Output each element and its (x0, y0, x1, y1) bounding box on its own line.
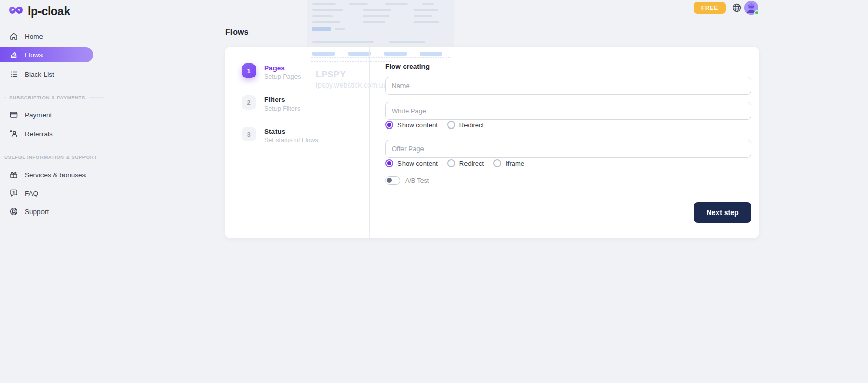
offer-page-mode-group: Show content Redirect Iframe (385, 159, 524, 167)
step-filters[interactable]: 2 Filters Setup Filters (242, 95, 300, 112)
sidebar-item-flows[interactable]: Flows (0, 47, 93, 62)
brand-logo[interactable]: lp-cloak (8, 4, 70, 18)
sidebar-item-label: Flows (25, 51, 43, 59)
ab-test-label: A/B Test (405, 177, 429, 184)
name-input[interactable] (385, 77, 751, 95)
step-number-badge: 2 (242, 95, 256, 110)
svg-text:?!: ?! (12, 190, 15, 194)
step-number-badge: 3 (242, 127, 256, 141)
sidebar-item-support[interactable]: Support (0, 203, 97, 220)
gift-icon (9, 170, 18, 179)
avatar[interactable] (744, 1, 758, 15)
radio-white-redirect[interactable]: Redirect (447, 121, 484, 129)
sidebar-item-referrals[interactable]: Referrals (0, 125, 97, 142)
ab-test-toggle[interactable]: A/B Test (385, 176, 429, 185)
radio-selected-icon (385, 159, 393, 167)
watermark-form-skeleton (307, 0, 454, 47)
panel-divider (369, 47, 370, 238)
radio-selected-icon (385, 121, 393, 129)
radio-unselected-icon (447, 121, 455, 129)
step-number-badge: 1 (242, 63, 256, 78)
form-heading: Flow creating (385, 62, 430, 70)
mask-icon (8, 4, 24, 18)
step-status[interactable]: 3 Status Set status of Flows (242, 127, 319, 144)
radio-offer-show-content[interactable]: Show content (385, 159, 438, 167)
flow-creating-card: 1 Pages Setup Pages 2 Filters Setup Filt… (225, 47, 759, 238)
white-page-mode-group: Show content Redirect (385, 121, 484, 129)
sidebar-item-label: Black List (25, 71, 54, 78)
sidebar-item-faq[interactable]: ?! FAQ (0, 185, 97, 201)
radio-offer-iframe[interactable]: Iframe (493, 159, 524, 167)
sidebar-section-subscription: Subscription & Payments (4, 95, 104, 100)
credit-card-icon (9, 110, 18, 119)
step-title: Status (264, 127, 319, 135)
app-root: lp-cloak Home Flows (0, 0, 868, 383)
sidebar-section-support: Useful information & Support (4, 154, 97, 160)
step-subtitle: Set status of Flows (264, 137, 319, 144)
sidebar-item-home[interactable]: Home (0, 28, 97, 45)
list-icon (9, 70, 18, 79)
home-icon (9, 32, 18, 41)
sidebar-item-label: Referrals (25, 130, 53, 138)
radio-offer-redirect[interactable]: Redirect (447, 159, 484, 167)
step-title: Pages (264, 63, 301, 72)
step-title: Filters (264, 95, 300, 103)
sidebar-item-payment[interactable]: Payment (0, 107, 97, 123)
sidebar-item-label: Payment (25, 111, 52, 119)
step-subtitle: Setup Filters (264, 105, 300, 112)
flows-icon (9, 50, 18, 59)
sidebar-item-label: Services & bonuses (25, 171, 86, 179)
referrals-icon (9, 129, 18, 138)
globe-icon[interactable] (732, 3, 742, 13)
faq-icon: ?! (9, 188, 18, 198)
radio-unselected-icon (493, 159, 501, 167)
sidebar-section-label: Useful information & Support (4, 154, 97, 160)
sidebar-section-label: Subscription & Payments (9, 95, 86, 100)
page-title: Flows (225, 28, 248, 37)
online-status-dot (754, 10, 759, 15)
offer-page-input[interactable] (385, 140, 751, 158)
toggle-off-icon (385, 176, 400, 185)
step-pages[interactable]: 1 Pages Setup Pages (242, 63, 301, 80)
sidebar-item-services-bonuses[interactable]: Services & bonuses (0, 166, 97, 183)
support-icon (9, 207, 18, 216)
step-subtitle: Setup Pages (264, 73, 301, 80)
sidebar-item-black-list[interactable]: Black List (0, 66, 97, 82)
sidebar-item-label: Support (25, 208, 49, 216)
radio-unselected-icon (447, 159, 455, 167)
plan-badge[interactable]: FREE (694, 2, 726, 14)
radio-white-show-content[interactable]: Show content (385, 121, 438, 129)
next-step-button[interactable]: Next step (694, 202, 751, 223)
brand-name: lp-cloak (28, 5, 70, 18)
white-page-input[interactable] (385, 102, 751, 120)
sidebar-item-label: Home (25, 33, 43, 40)
sidebar-item-label: FAQ (25, 189, 38, 197)
